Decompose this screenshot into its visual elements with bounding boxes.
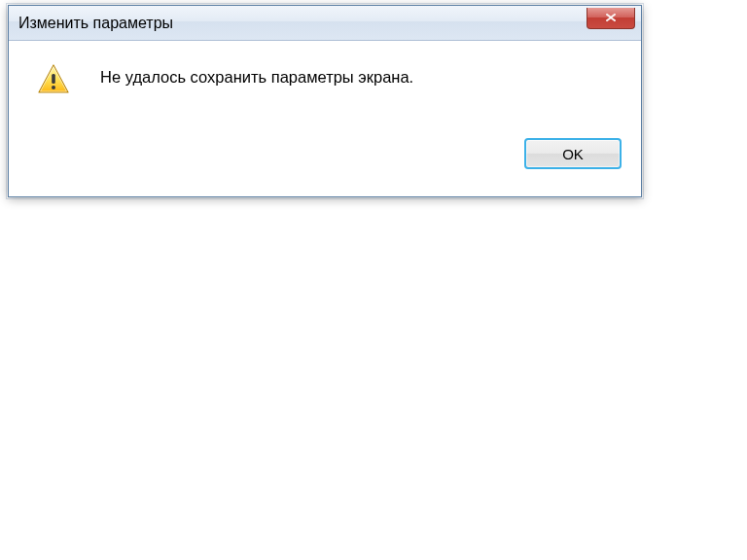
warning-icon [36, 62, 71, 97]
svg-point-1 [52, 86, 55, 89]
close-icon [604, 11, 618, 26]
dialog-message: Не удалось сохранить параметры экрана. [100, 66, 413, 87]
dialog-window: Изменить параметры [8, 5, 642, 197]
dialog-title: Изменить параметры [18, 15, 173, 32]
ok-button[interactable]: OK [524, 138, 622, 169]
dialog-buttons: OK [9, 138, 641, 187]
close-button[interactable] [587, 8, 635, 29]
svg-rect-0 [52, 74, 55, 84]
titlebar[interactable]: Изменить параметры [9, 6, 641, 41]
dialog-content: Не удалось сохранить параметры экрана. [9, 41, 641, 138]
